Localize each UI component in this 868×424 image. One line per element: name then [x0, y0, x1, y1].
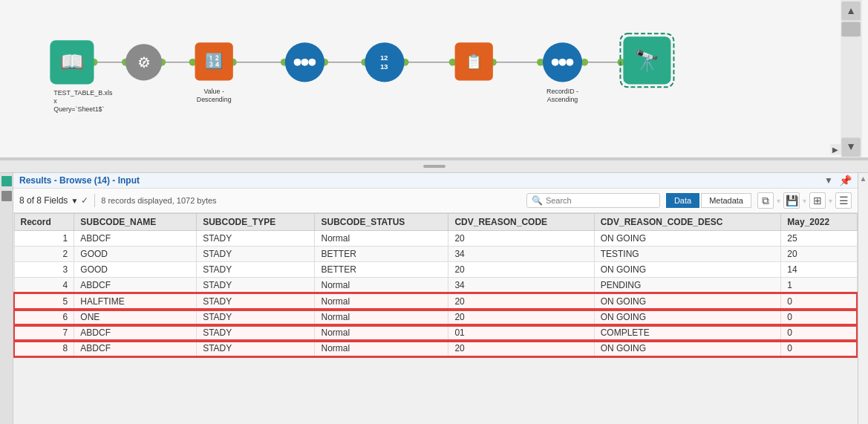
- table-cell: Normal: [315, 325, 448, 341]
- table-cell: Normal: [315, 278, 448, 294]
- right-scrollbar[interactable]: ▲ ▼: [858, 173, 868, 424]
- table-cell: ABDCF: [74, 278, 197, 294]
- table-row[interactable]: 5HALFTIMESTADYNormal20ON GOING0: [14, 293, 857, 310]
- menu-icon[interactable]: ☰: [835, 192, 852, 209]
- col-header-subcode-type[interactable]: SUBCODE_TYPE: [197, 214, 315, 231]
- col-header-cdv-reason-code-desc[interactable]: CDV_REASON_CODE_DESC: [594, 214, 781, 231]
- table-cell: 1: [14, 231, 74, 247]
- table-row[interactable]: 1ABDCFSTADYNormal20ON GOING25: [14, 231, 857, 247]
- svg-text:3: 3: [384, 62, 388, 71]
- table-cell: 20: [448, 293, 594, 310]
- table-cell: GOOD: [74, 262, 197, 278]
- table-cell: STADY: [197, 231, 315, 247]
- icon-separator-3: ▾: [829, 197, 832, 205]
- tab-metadata[interactable]: Metadata: [701, 193, 751, 208]
- svg-text:2: 2: [384, 53, 388, 62]
- table-cell: 20: [448, 341, 594, 357]
- table-row[interactable]: 4ABDCFSTADYNormal34PENDING1: [14, 278, 857, 294]
- fields-checkmark-icon[interactable]: ✓: [81, 195, 88, 206]
- table-cell: ABDCF: [74, 341, 197, 357]
- svg-text:Ascending: Ascending: [547, 96, 578, 103]
- table-cell: 14: [781, 262, 857, 278]
- save-icon[interactable]: 💾: [783, 192, 800, 209]
- table-cell: 01: [448, 325, 594, 341]
- table-cell: 1: [781, 278, 857, 294]
- divider[interactable]: [0, 160, 868, 173]
- table-cell: ON GOING: [594, 341, 781, 357]
- divider-handle: [423, 165, 446, 168]
- scroll-up-btn[interactable]: ▲: [860, 175, 867, 183]
- table-cell: Normal: [315, 341, 448, 357]
- table-cell: 8: [14, 341, 74, 357]
- table-cell: STADY: [197, 247, 315, 262]
- toolbar-icons: ⧉ ▾ 💾 ▾ ⊞ ▾ ☰: [757, 192, 852, 209]
- table-row[interactable]: 6ONESTADYNormal20ON GOING0: [14, 310, 857, 325]
- svg-rect-0: [6, 0, 862, 157]
- tab-buttons: Data Metadata: [666, 193, 751, 208]
- icon-separator-1: ▾: [777, 197, 780, 205]
- table-row[interactable]: 8ABDCFSTADYNormal20ON GOING0: [14, 341, 857, 357]
- search-input[interactable]: [546, 196, 650, 205]
- main-content: Results - Browse (14) - Input ▼ 📌 8 of 8…: [13, 173, 858, 424]
- svg-text:x: x: [53, 97, 57, 105]
- table-row[interactable]: 7ABDCFSTADYNormal01COMPLETE0: [14, 325, 857, 341]
- table-cell: GOOD: [74, 247, 197, 262]
- table-cell: STADY: [197, 341, 315, 357]
- table-cell: STADY: [197, 278, 315, 294]
- col-header-cdv-reason-code[interactable]: CDV_REASON_CODE: [448, 214, 594, 231]
- svg-text:📖: 📖: [60, 50, 84, 74]
- table-cell: ABDCF: [74, 325, 197, 341]
- search-box[interactable]: 🔍: [526, 193, 660, 208]
- table-cell: TESTING: [594, 247, 781, 262]
- table-cell: ONE: [74, 310, 197, 325]
- col-header-may-2022[interactable]: May_2022: [781, 214, 857, 231]
- data-table-wrapper[interactable]: Record SUBCODE_NAME SUBCODE_TYPE SUBCODE…: [13, 213, 858, 424]
- svg-point-36: [301, 59, 309, 66]
- svg-text:TEST_TABLE_B.xls: TEST_TABLE_B.xls: [53, 89, 113, 97]
- fields-dropdown-arrow[interactable]: ▼: [71, 197, 78, 205]
- tab-data[interactable]: Data: [666, 193, 699, 208]
- svg-point-47: [559, 59, 567, 66]
- table-cell: Normal: [315, 231, 448, 247]
- col-header-subcode-name[interactable]: SUBCODE_NAME: [74, 214, 197, 231]
- records-info: 8 records displayed, 1072 bytes: [101, 196, 521, 205]
- table-cell: STADY: [197, 310, 315, 325]
- table-cell: 6: [14, 310, 74, 325]
- side-panel-icon-1[interactable]: [1, 176, 12, 186]
- fields-dropdown[interactable]: 8 of 8 Fields ▼ ✓: [19, 195, 88, 206]
- table-cell: ABDCF: [74, 231, 197, 247]
- svg-text:🔢: 🔢: [205, 52, 223, 70]
- side-panel-icon-2[interactable]: [1, 191, 12, 201]
- col-header-subcode-status[interactable]: SUBCODE_STATUS: [315, 214, 448, 231]
- table-cell: ON GOING: [594, 293, 781, 310]
- table-cell: 20: [448, 310, 594, 325]
- copy-icon[interactable]: ⧉: [757, 192, 774, 209]
- svg-text:Query=`Sheet1$`: Query=`Sheet1$`: [53, 105, 104, 113]
- col-header-record[interactable]: Record: [14, 214, 74, 231]
- table-cell: 0: [781, 293, 857, 310]
- table-cell: ON GOING: [594, 231, 781, 247]
- table-cell: HALFTIME: [74, 293, 197, 310]
- table-cell: Normal: [315, 310, 448, 325]
- icon-separator-2: ▾: [803, 197, 806, 205]
- svg-text:▲: ▲: [846, 5, 856, 16]
- table-cell: STADY: [197, 325, 315, 341]
- svg-text:✓: ✓: [139, 57, 149, 70]
- table-row[interactable]: 2GOODSTADYBETTER34TESTING20: [14, 247, 857, 262]
- results-title: Results - Browse (14) - Input: [19, 175, 140, 186]
- results-collapse-icon[interactable]: ▼: [824, 175, 833, 186]
- table-cell: 5: [14, 293, 74, 310]
- svg-point-37: [308, 59, 316, 66]
- svg-rect-59: [841, 22, 861, 37]
- table-cell: 0: [781, 341, 857, 357]
- svg-text:RecordID -: RecordID -: [546, 88, 578, 95]
- table-cell: BETTER: [315, 247, 448, 262]
- svg-point-48: [566, 59, 573, 66]
- table-row[interactable]: 3GOODSTADYBETTER20ON GOING14: [14, 262, 857, 278]
- data-table: Record SUBCODE_NAME SUBCODE_TYPE SUBCODE…: [13, 213, 858, 357]
- results-pin-icon[interactable]: 📌: [839, 175, 852, 186]
- table-cell: STADY: [197, 262, 315, 278]
- svg-text:Descending: Descending: [197, 96, 232, 103]
- table-cell: 20: [448, 231, 594, 247]
- add-col-icon[interactable]: ⊞: [809, 192, 826, 209]
